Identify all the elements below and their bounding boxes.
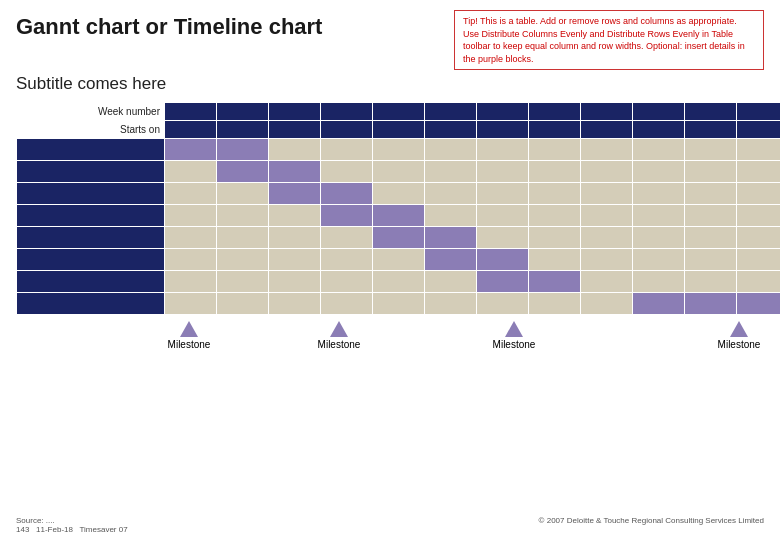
body-cell xyxy=(373,271,425,293)
header-row: Gannt chart or Timeline chart Tip! This … xyxy=(16,10,764,70)
milestone-1: Milestone xyxy=(164,321,214,350)
row-label-cell xyxy=(17,227,165,249)
body-cell xyxy=(217,293,269,315)
week-number-row: Week number xyxy=(17,103,781,121)
wk-cell xyxy=(529,103,581,121)
body-cell xyxy=(321,249,373,271)
body-cell xyxy=(529,227,581,249)
body-cell xyxy=(269,293,321,315)
body-cell xyxy=(425,183,477,205)
bar-cell xyxy=(165,139,217,161)
body-cell xyxy=(477,183,529,205)
body-cell xyxy=(685,271,737,293)
body-cell xyxy=(269,271,321,293)
body-cell xyxy=(269,139,321,161)
wk-cell xyxy=(425,103,477,121)
wk-cell xyxy=(269,103,321,121)
wk-cell xyxy=(217,103,269,121)
body-cell xyxy=(477,227,529,249)
body-cell xyxy=(477,205,529,227)
body-cell xyxy=(685,249,737,271)
bar-cell xyxy=(477,271,529,293)
copyright-text: © 2007 Deloitte & Touche Regional Consul… xyxy=(539,516,764,534)
wk-cell xyxy=(373,103,425,121)
body-cell xyxy=(685,161,737,183)
body-cell xyxy=(321,161,373,183)
bar-cell xyxy=(321,183,373,205)
body-cell xyxy=(425,293,477,315)
body-cell xyxy=(425,271,477,293)
body-cell xyxy=(529,205,581,227)
body-cell xyxy=(685,139,737,161)
table-row xyxy=(17,205,781,227)
body-cell xyxy=(373,249,425,271)
chart-title: Gannt chart or Timeline chart xyxy=(16,10,322,40)
starts-cell xyxy=(581,121,633,139)
starts-cell xyxy=(425,121,477,139)
table-row xyxy=(17,271,781,293)
bar-cell xyxy=(633,293,685,315)
body-cell xyxy=(321,293,373,315)
milestone-triangle-icon xyxy=(730,321,748,337)
body-cell xyxy=(685,205,737,227)
body-cell xyxy=(737,249,781,271)
footer: Source: .... 143 11-Feb-18 Timesaver 07 … xyxy=(16,516,764,534)
body-cell xyxy=(581,271,633,293)
starts-cell xyxy=(217,121,269,139)
page-container: Gannt chart or Timeline chart Tip! This … xyxy=(0,0,780,540)
row-label-cell xyxy=(17,271,165,293)
date-text: 11-Feb-18 xyxy=(36,525,73,534)
wk-cell xyxy=(477,103,529,121)
milestone-4: Milestone xyxy=(714,321,764,350)
wk-cell xyxy=(321,103,373,121)
starts-cell xyxy=(633,121,685,139)
body-cell xyxy=(373,161,425,183)
bar-cell xyxy=(529,271,581,293)
table-row xyxy=(17,293,781,315)
bar-cell xyxy=(425,249,477,271)
bar-cell xyxy=(321,205,373,227)
starts-on-label: Starts on xyxy=(17,121,165,139)
tip-box: Tip! This is a table. Add or remove rows… xyxy=(454,10,764,70)
milestone-label: Milestone xyxy=(718,339,761,350)
body-cell xyxy=(425,205,477,227)
bar-cell xyxy=(737,293,781,315)
body-cell xyxy=(685,183,737,205)
body-cell xyxy=(165,271,217,293)
wk-cell xyxy=(737,103,781,121)
body-cell xyxy=(633,161,685,183)
body-cell xyxy=(217,271,269,293)
milestone-triangle-icon xyxy=(180,321,198,337)
milestone-label: Milestone xyxy=(493,339,536,350)
starts-cell xyxy=(321,121,373,139)
bar-cell xyxy=(269,183,321,205)
body-cell xyxy=(321,139,373,161)
body-cell xyxy=(529,293,581,315)
bar-cell xyxy=(217,161,269,183)
bar-cell xyxy=(217,139,269,161)
milestone-2: Milestone xyxy=(314,321,364,350)
body-cell xyxy=(269,227,321,249)
bar-cell xyxy=(685,293,737,315)
body-cell xyxy=(581,183,633,205)
bar-cell xyxy=(477,249,529,271)
milestone-triangle-icon xyxy=(505,321,523,337)
body-cell xyxy=(633,205,685,227)
row-label-cell xyxy=(17,161,165,183)
body-cell xyxy=(737,205,781,227)
table-row xyxy=(17,139,781,161)
starts-cell xyxy=(165,121,217,139)
body-cell xyxy=(425,161,477,183)
starts-cell xyxy=(269,121,321,139)
starts-cell xyxy=(685,121,737,139)
body-cell xyxy=(373,183,425,205)
gantt-table: Week number Starts on xyxy=(16,102,780,315)
body-cell xyxy=(529,249,581,271)
milestone-3: Milestone xyxy=(489,321,539,350)
table-row xyxy=(17,183,781,205)
starts-on-row: Starts on xyxy=(17,121,781,139)
body-cell xyxy=(633,183,685,205)
subtitle: Subtitle comes here xyxy=(16,74,764,94)
body-cell xyxy=(373,293,425,315)
body-cell xyxy=(425,139,477,161)
